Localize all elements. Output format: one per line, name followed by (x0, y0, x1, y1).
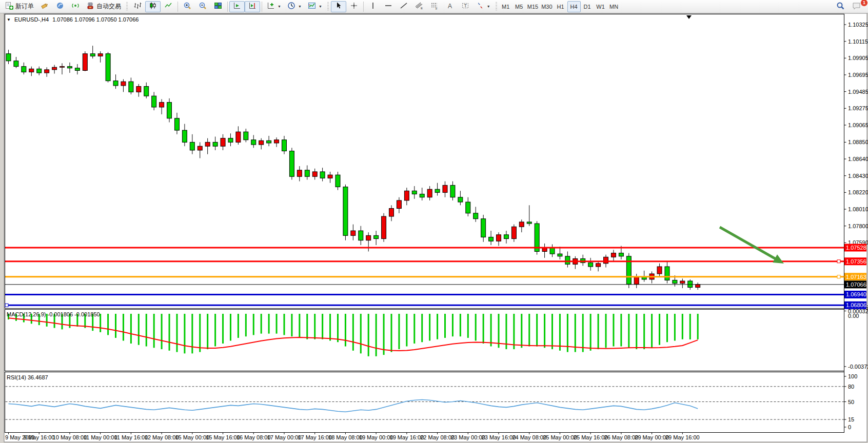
candle (282, 140, 286, 151)
chevron-down-icon: ▼ (278, 5, 281, 8)
price-tick-label: 1.08220 (848, 189, 868, 195)
candle (190, 142, 194, 150)
autotrading-button[interactable]: 自动交易 (83, 1, 124, 12)
time-axis-label: 25 May 00:00 (543, 434, 577, 440)
channel-button[interactable]: E (411, 1, 427, 12)
rsi-tick-label: 0 (848, 424, 851, 430)
text-icon: A (446, 2, 454, 11)
symbol-dropdown-icon[interactable]: ▼ (7, 17, 11, 22)
text-button[interactable]: A (442, 1, 458, 12)
rsi-tick-label: 80 (848, 384, 854, 390)
periods-clock-icon (287, 2, 295, 11)
candle (213, 142, 218, 146)
cursor-button[interactable] (331, 1, 346, 12)
chevron-down-icon: ▼ (487, 5, 490, 8)
line-handle[interactable] (837, 260, 840, 263)
chart-canvas[interactable]: 1.103251.101151.099051.096951.094851.092… (0, 13, 868, 443)
price-tick-label: 1.09275 (848, 105, 868, 111)
chevron-down-icon: ▼ (319, 5, 322, 8)
main-plot-area[interactable] (5, 14, 844, 309)
search-button[interactable] (833, 1, 849, 12)
candle (374, 235, 379, 238)
time-axis-label: 24 May 08:00 (512, 434, 546, 440)
signals-button[interactable] (68, 1, 83, 12)
candle (274, 140, 279, 143)
bar-chart-button[interactable] (130, 1, 145, 12)
indicators-icon (267, 2, 275, 11)
candle (619, 253, 623, 256)
price-tick-label: 1.10115 (848, 38, 868, 45)
price-tick-label: 1.08430 (848, 173, 868, 179)
new-order-button[interactable]: 新订单 (2, 1, 37, 12)
chart-title: ▼ EURUSD-,H4 1.07086 1.07096 1.07050 1.0… (7, 16, 139, 23)
search-icon (836, 2, 845, 12)
trendline-button[interactable] (396, 1, 411, 12)
styler-button[interactable] (37, 1, 52, 12)
rsi-plot-area[interactable] (5, 372, 844, 433)
candle (489, 237, 494, 241)
auto-scroll-button[interactable] (229, 1, 245, 12)
tile-windows-button[interactable] (210, 1, 226, 12)
crosshair-button[interactable] (346, 1, 362, 12)
toolbar-grip (126, 2, 128, 11)
arrows-dropdown[interactable]: ▼ (473, 1, 494, 12)
zoom-out-button[interactable] (195, 1, 210, 12)
time-axis-label: 18 May 08:00 (328, 434, 363, 440)
timeframe-W1[interactable]: W1 (594, 1, 607, 12)
autotrading-robot-icon (86, 2, 94, 11)
time-axis-label: 17 May 00:00 (267, 434, 302, 440)
candle (604, 257, 608, 263)
horizontal-line-button[interactable] (381, 1, 396, 12)
line-chart-button[interactable] (161, 1, 176, 12)
vertical-line-icon (369, 2, 377, 11)
fibonacci-icon: F (430, 2, 439, 11)
price-tag-label: 1.06806 (846, 302, 866, 308)
periods-dropdown[interactable]: ▼ (284, 1, 305, 12)
candle (359, 231, 363, 240)
candle (404, 191, 409, 200)
bar-chart-icon (133, 2, 142, 11)
chart-shift-button[interactable] (245, 1, 260, 12)
new-order-label: 新订单 (15, 2, 34, 11)
fibonacci-button[interactable]: F (427, 1, 442, 12)
line-handle[interactable] (5, 304, 8, 307)
templates-dropdown[interactable]: ▼ (305, 1, 325, 12)
time-axis-label: 9 May 16:00 (24, 434, 55, 440)
price-tick-label: 1.09065 (848, 122, 868, 128)
rsi-tick-label: 100 (848, 373, 857, 379)
candle (389, 208, 394, 216)
line-chart-icon (164, 2, 172, 11)
candle (665, 267, 669, 280)
price-tick-label: 1.08640 (848, 156, 868, 162)
candle (259, 140, 264, 145)
price-tag-label: 1.07066 (846, 281, 866, 288)
timeframe-M1[interactable]: M1 (499, 1, 512, 12)
time-axis-label: 25 May 16:00 (574, 434, 608, 440)
timeframe-M30[interactable]: M30 (540, 1, 554, 12)
notification-badge[interactable]: 1 (860, 0, 868, 7)
chart-shift-icon (248, 2, 257, 11)
horizontal-line-icon (384, 2, 392, 11)
candle (121, 82, 126, 86)
time-axis-label: 15 May 00:00 (175, 434, 209, 440)
candle (481, 219, 486, 237)
price-tick-label: 1.08010 (848, 206, 868, 212)
timeframe-H1[interactable]: H1 (554, 1, 567, 12)
zoom-in-button[interactable] (180, 1, 195, 12)
timeframe-D1[interactable]: D1 (581, 1, 594, 12)
metaeditor-button[interactable] (52, 1, 68, 12)
candle (696, 285, 700, 288)
timeframe-M15[interactable]: M15 (526, 1, 540, 12)
candlestick-chart-button[interactable] (145, 1, 161, 12)
line-handle[interactable] (837, 275, 840, 278)
timeframe-MN[interactable]: MN (607, 1, 621, 12)
vertical-line-button[interactable] (365, 1, 381, 12)
candle (144, 87, 149, 96)
text-label-button[interactable]: T (458, 1, 473, 12)
candle (511, 227, 516, 238)
toolbar-separator (227, 2, 228, 12)
timeframe-H4[interactable]: H4 (567, 1, 581, 12)
templates-icon (308, 2, 316, 11)
indicators-dropdown[interactable]: ▼ (264, 1, 284, 12)
timeframe-M5[interactable]: M5 (512, 1, 526, 12)
